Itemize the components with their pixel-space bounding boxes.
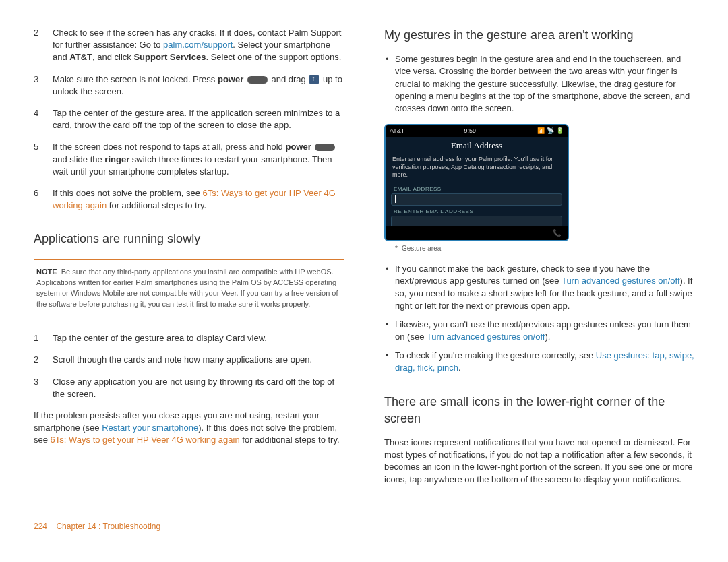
chapter-label: Chapter 14 : Troubleshooting — [56, 522, 160, 531]
bullet-check-gesture: To check if you're making the gesture co… — [384, 350, 694, 374]
bullet-gesture-intro: Some gestures begin in the gesture area … — [384, 53, 694, 115]
step-body: Close any application you are not using … — [53, 376, 344, 400]
page-number: 224 — [34, 522, 47, 531]
status-icons: 📶📡🔋 — [535, 127, 564, 135]
step-number: 2 — [34, 27, 53, 39]
page-footer: 224 Chapter 14 : Troubleshooting — [34, 521, 694, 532]
step-number: 2 — [34, 354, 53, 366]
bullet-back-gesture: If you cannot make the back gesture, che… — [384, 263, 694, 312]
steps-list-b: 1 Tap the center of the gesture area to … — [34, 332, 344, 400]
persist-paragraph: If the problem persists after you close … — [34, 410, 344, 447]
step-body: If the screen does not respond to taps a… — [53, 141, 344, 178]
step-2: 2 Check to see if the screen has any cra… — [34, 27, 344, 64]
restart-smartphone-link[interactable]: Restart your smartphone — [102, 423, 198, 433]
step-body: Scroll through the cards and note how ma… — [53, 354, 344, 366]
six-ts-link-2[interactable]: 6Ts: Ways to get your HP Veer 4G working… — [51, 435, 240, 445]
phone-bottombar: 📞 — [386, 226, 568, 240]
step-body: Tap the center of the gesture area to di… — [53, 332, 344, 344]
step-number: 3 — [34, 73, 53, 86]
step-6: 6 If this does not solve the problem, se… — [34, 187, 344, 212]
signal-icon: 📶 — [537, 127, 545, 135]
advanced-gestures-link-2[interactable]: Turn advanced gestures on/off — [427, 332, 545, 342]
step-4: 4 Tap the center of the gesture area. If… — [34, 107, 344, 131]
text-cursor — [395, 195, 396, 203]
power-button-icon — [247, 76, 268, 84]
step-number: 3 — [34, 376, 53, 388]
step-body: Tap the center of the gesture area. If t… — [53, 107, 344, 131]
time-label: 9:59 — [464, 127, 476, 135]
email-input[interactable] — [391, 193, 562, 206]
caption-text: Gesture area — [402, 245, 441, 252]
step-body: If this does not solve the problem, see … — [53, 187, 344, 212]
power-button-icon — [315, 144, 335, 151]
small-icons-paragraph: Those icons represent notifications that… — [384, 437, 694, 486]
steps-list-a: 2 Check to see if the screen has any cra… — [34, 27, 344, 212]
advanced-gestures-link-1[interactable]: Turn advanced gestures on/off — [562, 276, 680, 286]
phone-statusbar: AT&T 9:59 📶📡🔋 — [386, 125, 568, 137]
heading-gestures: My gestures in the gesture area aren't w… — [384, 27, 694, 44]
phone-icon: 📞 — [553, 228, 562, 238]
phone-desc: Enter an email address for your Palm pro… — [386, 154, 568, 183]
caption-asterisk: * — [395, 245, 398, 252]
carrier-label: AT&T — [390, 127, 404, 135]
email-field-label: EMAIL ADDRESS — [391, 185, 562, 193]
step-b2: 2 Scroll through the cards and note how … — [34, 354, 344, 366]
drag-up-icon — [309, 75, 319, 84]
heading-apps-slow: Applications are running slowly — [34, 230, 344, 247]
step-number: 5 — [34, 141, 53, 153]
gesture-bullets-bottom: If you cannot make the back gesture, che… — [384, 263, 694, 375]
right-column: My gestures in the gesture area aren't w… — [384, 27, 694, 494]
step-number: 6 — [34, 187, 53, 199]
note-text: Be sure that any third-party application… — [36, 268, 338, 308]
note-box: NOTE Be sure that any third-party applic… — [34, 259, 344, 317]
step-b1: 1 Tap the center of the gesture area to … — [34, 332, 344, 344]
step-3: 3 Make sure the screen is not locked. Pr… — [34, 73, 344, 98]
phone-screenshot: AT&T 9:59 📶📡🔋 Email Address Enter an ema… — [384, 124, 569, 241]
screenshot-caption: *Gesture area — [395, 244, 694, 253]
gesture-bullets-top: Some gestures begin in the gesture area … — [384, 53, 694, 115]
heading-small-icons: There are small icons in the lower-right… — [384, 394, 694, 427]
step-5: 5 If the screen does not respond to taps… — [34, 141, 344, 178]
left-column: 2 Check to see if the screen has any cra… — [34, 27, 344, 494]
step-body: Check to see if the screen has any crack… — [53, 27, 344, 64]
step-number: 1 — [34, 332, 53, 344]
step-body: Make sure the screen is not locked. Pres… — [53, 73, 344, 98]
phone-title: Email Address — [386, 137, 568, 154]
email-field-group: EMAIL ADDRESS — [391, 185, 562, 206]
wifi-icon: 📡 — [547, 127, 554, 135]
note-label: NOTE — [36, 268, 57, 276]
bullet-next-prev: Likewise, you can't use the next/previou… — [384, 319, 694, 343]
step-number: 4 — [34, 107, 53, 119]
battery-icon: 🔋 — [556, 127, 564, 135]
reenter-email-field-group: RE-ENTER EMAIL ADDRESS — [391, 208, 562, 228]
reenter-email-label: RE-ENTER EMAIL ADDRESS — [391, 208, 562, 215]
palm-support-link[interactable]: palm.com/support — [163, 40, 233, 50]
step-b3: 3 Close any application you are not usin… — [34, 376, 344, 400]
